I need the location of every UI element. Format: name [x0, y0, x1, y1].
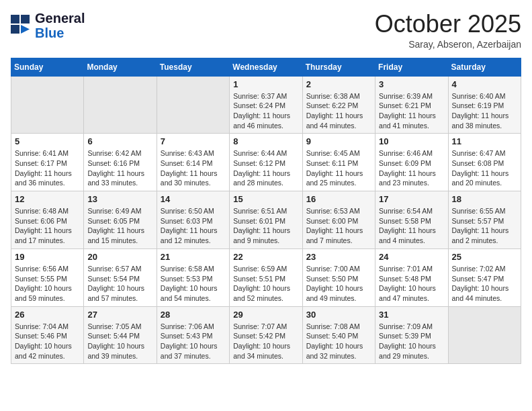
- day-number: 6: [87, 136, 152, 146]
- calendar-cell: 12Sunrise: 6:48 AM Sunset: 6:06 PM Dayli…: [11, 191, 84, 249]
- day-number: 30: [306, 310, 371, 320]
- calendar-cell: 27Sunrise: 7:05 AM Sunset: 5:44 PM Dayli…: [84, 306, 157, 364]
- calendar-cell: 20Sunrise: 6:57 AM Sunset: 5:54 PM Dayli…: [84, 248, 157, 306]
- svg-rect-0: [11, 15, 19, 24]
- day-info: Sunrise: 6:48 AM Sunset: 6:06 PM Dayligh…: [15, 206, 80, 246]
- day-number: 26: [15, 310, 80, 320]
- calendar-table: SundayMondayTuesdayWednesdayThursdayFrid…: [11, 58, 521, 365]
- calendar-header-sunday: Sunday: [11, 58, 84, 76]
- day-number: 18: [452, 194, 517, 204]
- day-number: 11: [452, 136, 517, 146]
- calendar-cell: 17Sunrise: 6:54 AM Sunset: 5:58 PM Dayli…: [375, 191, 448, 249]
- calendar-cell: 30Sunrise: 7:08 AM Sunset: 5:40 PM Dayli…: [302, 306, 375, 364]
- day-number: 17: [379, 194, 444, 204]
- day-info: Sunrise: 6:43 AM Sunset: 6:14 PM Dayligh…: [161, 148, 226, 188]
- day-info: Sunrise: 7:08 AM Sunset: 5:40 PM Dayligh…: [306, 322, 371, 361]
- calendar-cell: 22Sunrise: 6:59 AM Sunset: 5:51 PM Dayli…: [230, 248, 302, 306]
- calendar-header-tuesday: Tuesday: [157, 58, 229, 76]
- calendar-cell: 11Sunrise: 6:47 AM Sunset: 6:08 PM Dayli…: [448, 134, 521, 191]
- day-number: 28: [161, 310, 226, 320]
- calendar-week-row: 12Sunrise: 6:48 AM Sunset: 6:06 PM Dayli…: [11, 191, 521, 249]
- day-info: Sunrise: 6:46 AM Sunset: 6:09 PM Dayligh…: [379, 148, 444, 188]
- calendar-cell: [448, 306, 521, 364]
- logo-general: General: [35, 11, 85, 26]
- calendar-cell: 26Sunrise: 7:04 AM Sunset: 5:46 PM Dayli…: [11, 306, 84, 364]
- day-info: Sunrise: 6:49 AM Sunset: 6:05 PM Dayligh…: [87, 206, 152, 246]
- calendar-week-row: 19Sunrise: 6:56 AM Sunset: 5:55 PM Dayli…: [11, 248, 521, 306]
- day-info: Sunrise: 6:55 AM Sunset: 5:57 PM Dayligh…: [452, 206, 517, 246]
- day-number: 31: [379, 310, 444, 320]
- day-info: Sunrise: 7:09 AM Sunset: 5:39 PM Dayligh…: [379, 322, 444, 361]
- day-info: Sunrise: 7:00 AM Sunset: 5:50 PM Dayligh…: [306, 264, 371, 304]
- calendar-cell: 8Sunrise: 6:44 AM Sunset: 6:12 PM Daylig…: [230, 134, 302, 191]
- page-header: General Blue October 2025 Saray, Abseron…: [11, 11, 521, 50]
- calendar-header-monday: Monday: [84, 58, 157, 76]
- day-info: Sunrise: 6:51 AM Sunset: 6:01 PM Dayligh…: [233, 206, 298, 246]
- logo-icon: [11, 15, 31, 36]
- day-info: Sunrise: 6:37 AM Sunset: 6:24 PM Dayligh…: [233, 91, 298, 131]
- day-number: 24: [379, 252, 444, 262]
- day-number: 2: [306, 79, 371, 89]
- calendar-cell: [157, 76, 229, 134]
- day-number: 20: [87, 252, 152, 262]
- calendar-cell: 29Sunrise: 7:07 AM Sunset: 5:42 PM Dayli…: [230, 306, 302, 364]
- calendar-cell: 3Sunrise: 6:39 AM Sunset: 6:21 PM Daylig…: [375, 76, 448, 134]
- day-info: Sunrise: 6:45 AM Sunset: 6:11 PM Dayligh…: [306, 148, 371, 188]
- day-info: Sunrise: 6:53 AM Sunset: 6:00 PM Dayligh…: [306, 206, 371, 246]
- calendar-cell: 24Sunrise: 7:01 AM Sunset: 5:48 PM Dayli…: [375, 248, 448, 306]
- calendar-header-thursday: Thursday: [302, 58, 375, 76]
- day-info: Sunrise: 6:58 AM Sunset: 5:53 PM Dayligh…: [161, 264, 226, 304]
- day-info: Sunrise: 7:05 AM Sunset: 5:44 PM Dayligh…: [87, 322, 152, 361]
- day-number: 27: [87, 310, 152, 320]
- calendar-cell: 14Sunrise: 6:50 AM Sunset: 6:03 PM Dayli…: [157, 191, 229, 249]
- month-title: October 2025: [375, 11, 521, 38]
- day-number: 12: [15, 194, 80, 204]
- calendar-week-row: 26Sunrise: 7:04 AM Sunset: 5:46 PM Dayli…: [11, 306, 521, 364]
- calendar-cell: 25Sunrise: 7:02 AM Sunset: 5:47 PM Dayli…: [448, 248, 521, 306]
- day-info: Sunrise: 6:47 AM Sunset: 6:08 PM Dayligh…: [452, 148, 517, 188]
- day-number: 15: [233, 194, 298, 204]
- calendar-cell: 1Sunrise: 6:37 AM Sunset: 6:24 PM Daylig…: [230, 76, 302, 134]
- calendar-cell: 9Sunrise: 6:45 AM Sunset: 6:11 PM Daylig…: [302, 134, 375, 191]
- calendar-cell: 19Sunrise: 6:56 AM Sunset: 5:55 PM Dayli…: [11, 248, 84, 306]
- calendar-cell: 23Sunrise: 7:00 AM Sunset: 5:50 PM Dayli…: [302, 248, 375, 306]
- title-block: October 2025 Saray, Abseron, Azerbaijan: [375, 11, 521, 50]
- day-info: Sunrise: 7:04 AM Sunset: 5:46 PM Dayligh…: [15, 322, 80, 361]
- day-number: 29: [233, 310, 298, 320]
- calendar-cell: 2Sunrise: 6:38 AM Sunset: 6:22 PM Daylig…: [302, 76, 375, 134]
- day-info: Sunrise: 6:44 AM Sunset: 6:12 PM Dayligh…: [233, 148, 298, 188]
- day-number: 10: [379, 136, 444, 146]
- location: Saray, Abseron, Azerbaijan: [375, 39, 521, 50]
- day-number: 16: [306, 194, 371, 204]
- day-number: 19: [15, 252, 80, 262]
- day-info: Sunrise: 6:38 AM Sunset: 6:22 PM Dayligh…: [306, 91, 371, 131]
- calendar-week-row: 5Sunrise: 6:41 AM Sunset: 6:17 PM Daylig…: [11, 134, 521, 191]
- day-info: Sunrise: 6:59 AM Sunset: 5:51 PM Dayligh…: [233, 264, 298, 304]
- day-info: Sunrise: 6:40 AM Sunset: 6:19 PM Dayligh…: [452, 91, 517, 131]
- day-info: Sunrise: 7:07 AM Sunset: 5:42 PM Dayligh…: [233, 322, 298, 361]
- calendar-cell: 5Sunrise: 6:41 AM Sunset: 6:17 PM Daylig…: [11, 134, 84, 191]
- calendar-cell: 13Sunrise: 6:49 AM Sunset: 6:05 PM Dayli…: [84, 191, 157, 249]
- calendar-cell: 4Sunrise: 6:40 AM Sunset: 6:19 PM Daylig…: [448, 76, 521, 134]
- day-info: Sunrise: 6:56 AM Sunset: 5:55 PM Dayligh…: [15, 264, 80, 304]
- svg-rect-2: [21, 15, 30, 24]
- day-number: 3: [379, 79, 444, 89]
- day-number: 4: [452, 79, 517, 89]
- day-info: Sunrise: 6:42 AM Sunset: 6:16 PM Dayligh…: [87, 148, 152, 188]
- day-info: Sunrise: 6:41 AM Sunset: 6:17 PM Dayligh…: [15, 148, 80, 188]
- calendar-cell: 10Sunrise: 6:46 AM Sunset: 6:09 PM Dayli…: [375, 134, 448, 191]
- day-info: Sunrise: 7:01 AM Sunset: 5:48 PM Dayligh…: [379, 264, 444, 304]
- day-info: Sunrise: 6:57 AM Sunset: 5:54 PM Dayligh…: [87, 264, 152, 304]
- day-info: Sunrise: 6:39 AM Sunset: 6:21 PM Dayligh…: [379, 91, 444, 131]
- calendar-header-saturday: Saturday: [448, 58, 521, 76]
- calendar-cell: 28Sunrise: 7:06 AM Sunset: 5:43 PM Dayli…: [157, 306, 229, 364]
- day-info: Sunrise: 6:50 AM Sunset: 6:03 PM Dayligh…: [161, 206, 226, 246]
- day-info: Sunrise: 7:06 AM Sunset: 5:43 PM Dayligh…: [161, 322, 226, 361]
- day-number: 8: [233, 136, 298, 146]
- day-number: 13: [87, 194, 152, 204]
- calendar-cell: 18Sunrise: 6:55 AM Sunset: 5:57 PM Dayli…: [448, 191, 521, 249]
- svg-rect-1: [11, 25, 19, 34]
- calendar-cell: 31Sunrise: 7:09 AM Sunset: 5:39 PM Dayli…: [375, 306, 448, 364]
- calendar-cell: 7Sunrise: 6:43 AM Sunset: 6:14 PM Daylig…: [157, 134, 229, 191]
- day-number: 7: [161, 136, 226, 146]
